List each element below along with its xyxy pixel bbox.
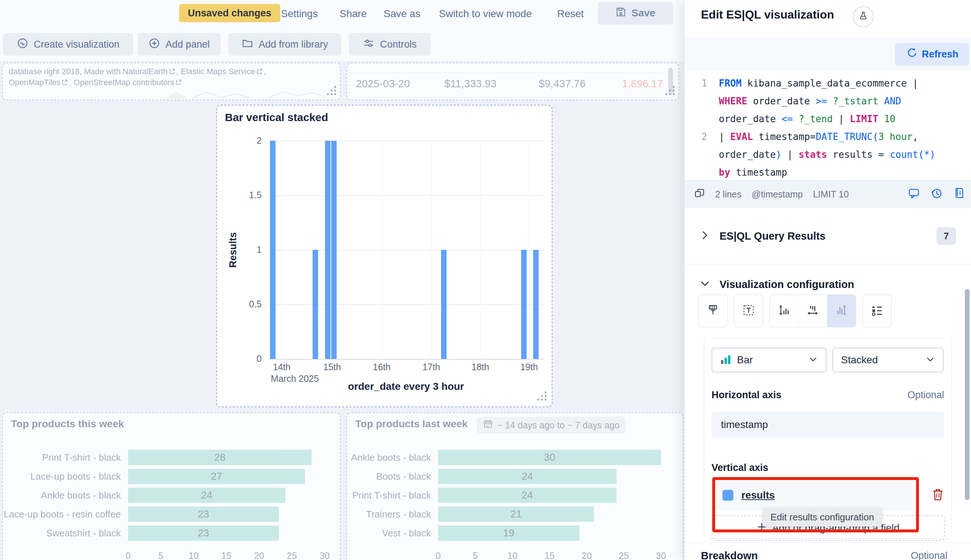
flyout-scrollbar[interactable] bbox=[965, 289, 969, 500]
bar-row: Lace-up boots - resin coffee23 bbox=[3, 505, 331, 523]
vertical-axis-button[interactable] bbox=[770, 295, 798, 327]
bar: 24 bbox=[438, 488, 617, 503]
limit-label: LIMIT 10 bbox=[813, 189, 849, 200]
refresh-button[interactable]: Refresh bbox=[895, 43, 969, 65]
x-tick: 25 bbox=[283, 550, 301, 560]
external-link-icon bbox=[60, 78, 69, 87]
controls-button[interactable]: Controls bbox=[349, 33, 431, 56]
x-tick: 17th bbox=[409, 362, 453, 372]
tech-preview-badge[interactable] bbox=[853, 6, 874, 27]
bar: 21 bbox=[438, 507, 594, 522]
code-row: 2| EVAL timestamp=DATE_TRUNC(3 hour, bbox=[685, 128, 971, 146]
app-window: Unsaved changes Settings Share Save as S… bbox=[0, 0, 971, 560]
bar-row: Ankle boots - black24 bbox=[3, 486, 331, 505]
editor-footer: 2 lines @timestamp LIMIT 10 bbox=[685, 180, 971, 208]
openmaptiles-link[interactable]: OpenMapTiles bbox=[9, 78, 60, 87]
bar-row: Boots - black24 bbox=[347, 467, 673, 486]
panel-map: database right 2018, Made with NaturalEa… bbox=[2, 63, 341, 100]
stack-mode-dropdown[interactable]: Stacked bbox=[832, 348, 944, 372]
x-tick: 5 bbox=[152, 550, 170, 560]
reset-menu-item[interactable]: Reset bbox=[557, 0, 584, 28]
settings-menu-item[interactable]: Settings bbox=[281, 0, 318, 28]
trash-icon bbox=[931, 488, 944, 503]
horizontal-axis-button[interactable] bbox=[798, 295, 827, 327]
esql-results-section-header[interactable]: ES|QL Query Results 7 bbox=[685, 208, 971, 264]
folder-icon bbox=[242, 37, 253, 52]
results-count-badge: 7 bbox=[936, 227, 956, 245]
elastic-maps-link[interactable]: Elastic Maps Service bbox=[181, 67, 255, 76]
flask-icon bbox=[858, 11, 868, 23]
add-from-library-button[interactable]: Add from library bbox=[228, 33, 341, 56]
vertical-axis-icon bbox=[778, 304, 790, 318]
chart-type-dropdown[interactable]: Bar bbox=[712, 348, 827, 372]
results-section-title: ES|QL Query Results bbox=[720, 230, 826, 242]
x-tick: 15 bbox=[217, 550, 236, 560]
comment-icon[interactable] bbox=[908, 188, 920, 201]
table-cell-revenue: $11,333.93 bbox=[431, 78, 496, 90]
vertical-axis-alt-button[interactable] bbox=[827, 295, 856, 327]
bar-row: Vest - black19 bbox=[347, 523, 673, 543]
openstreetmap-link[interactable]: OpenStreetMap contributors bbox=[74, 78, 174, 87]
labels-button[interactable] bbox=[734, 295, 763, 327]
x-tick: 30 bbox=[316, 550, 334, 560]
style-button[interactable] bbox=[698, 295, 728, 327]
bar-row: Print T-shirt - black28 bbox=[3, 448, 331, 467]
x-tick: 5 bbox=[466, 550, 485, 560]
bar: 19 bbox=[438, 525, 579, 541]
x-tick: 30 bbox=[652, 550, 670, 560]
bar bbox=[533, 250, 539, 359]
bar: 24 bbox=[128, 488, 285, 503]
external-link-icon bbox=[255, 67, 264, 76]
time-range-badge[interactable]: ~ 14 days ago to ~ 7 days ago bbox=[477, 417, 626, 433]
flyout-title: Edit ES|QL visualization bbox=[701, 8, 834, 22]
bar bbox=[331, 141, 337, 359]
external-link-icon bbox=[174, 78, 183, 87]
time-field: @timestamp bbox=[752, 189, 803, 200]
add-panel-button[interactable]: Add panel bbox=[137, 33, 221, 56]
save-button[interactable]: Save bbox=[598, 2, 673, 24]
resize-dots-icon[interactable] bbox=[326, 85, 337, 97]
code-row: WHERE order_date >= ?_tstart AND bbox=[685, 92, 971, 110]
bar: 28 bbox=[128, 450, 311, 465]
bar bbox=[270, 141, 276, 359]
horizontal-axis-field[interactable]: timestamp bbox=[712, 412, 944, 438]
legend-button[interactable] bbox=[862, 295, 892, 327]
x-tick: 16th bbox=[360, 362, 404, 372]
x-tick: 15th bbox=[311, 362, 354, 372]
share-menu-item[interactable]: Share bbox=[339, 0, 367, 28]
bar: 30 bbox=[438, 450, 661, 465]
chart-top-week: Print T-shirt - black28Lace-up boots - b… bbox=[3, 448, 331, 560]
history-icon[interactable] bbox=[931, 188, 942, 201]
x-tick: 0 bbox=[119, 550, 137, 560]
lens-icon bbox=[17, 37, 28, 52]
x-tick: 14th bbox=[260, 362, 304, 372]
x-tick: 19th bbox=[507, 362, 551, 372]
code-row: order_date) | stats results = count(*) bbox=[685, 146, 971, 163]
horizontal-axis-icon bbox=[807, 304, 819, 318]
text-box-icon bbox=[742, 304, 755, 318]
chart-title: Top products last week bbox=[355, 418, 468, 430]
esql-code[interactable]: 1FROM kibana_sample_data_ecommerce |WHER… bbox=[685, 71, 971, 180]
map-attribution: database right 2018, Made with NaturalEa… bbox=[9, 66, 266, 88]
main-plot: 00.511.5214thMarch 202515th16th17th18th1… bbox=[268, 141, 544, 360]
floppy-icon bbox=[615, 7, 626, 20]
paint-brush-icon bbox=[707, 304, 719, 318]
code-row: by timestamp bbox=[685, 163, 971, 182]
chevron-down-icon bbox=[926, 355, 935, 365]
x-tick: 20 bbox=[250, 550, 268, 560]
remove-field-button[interactable] bbox=[929, 486, 946, 505]
book-icon[interactable] bbox=[953, 188, 965, 201]
panel-top-products-this-week: Top products this week Print T-shirt - b… bbox=[2, 412, 341, 560]
bar bbox=[325, 141, 331, 359]
save-as-menu-item[interactable]: Save as bbox=[384, 0, 420, 28]
switch-view-mode-menu-item[interactable]: Switch to view mode bbox=[439, 0, 532, 28]
esql-query-section: Refresh 1FROM kibana_sample_data_ecommer… bbox=[685, 37, 971, 208]
edit-esql-flyout: Edit ES|QL visualization Refresh 1FROM k… bbox=[684, 0, 971, 560]
y-tick: 0.5 bbox=[236, 299, 262, 310]
resize-dots-icon[interactable] bbox=[536, 390, 547, 403]
table-cell-date: 2025-03-20 bbox=[356, 78, 425, 90]
create-visualization-button[interactable]: Create visualization bbox=[3, 33, 133, 56]
table-cell-margin: 1,896.17 bbox=[598, 78, 663, 90]
resize-dots-icon[interactable] bbox=[665, 85, 675, 97]
naturalearth-link[interactable]: NaturalEarth bbox=[123, 67, 168, 76]
